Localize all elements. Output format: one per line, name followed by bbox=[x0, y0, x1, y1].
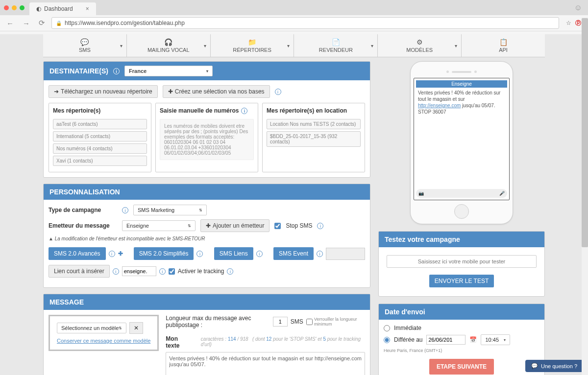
location-item[interactable]: $BDD_25-01-2017_15-35 (932 contacts) bbox=[267, 131, 361, 147]
calendar-icon[interactable]: 📅 bbox=[469, 336, 477, 343]
type-campagne-select[interactable]: SMS Marketing ⇅ bbox=[133, 205, 207, 215]
chevron-updown-icon: ⇅ bbox=[199, 208, 202, 212]
nav-sms[interactable]: 💬 SMS ▾ bbox=[43, 34, 127, 57]
headset-icon: 🎧 bbox=[129, 38, 208, 46]
panel-title: Date d'envoi bbox=[385, 308, 425, 316]
chevron-updown-icon: ⇅ bbox=[119, 326, 122, 330]
panel-title: PERSONNALISATION bbox=[49, 188, 120, 196]
browser-chrome: ◐ Dashboard × ☺ ← → ⟳ 🔒 https://www.isen… bbox=[0, 0, 588, 31]
chevron-down-icon: ▾ bbox=[204, 43, 206, 48]
short-url-input[interactable] bbox=[122, 266, 156, 276]
mac-close[interactable] bbox=[4, 5, 9, 10]
length-input[interactable] bbox=[273, 317, 288, 327]
repertoire-item[interactable]: Xavi (1 contacts) bbox=[53, 156, 147, 166]
phone-preview: Enseigne Ventes privées ! 40% de réducti… bbox=[410, 61, 513, 224]
info-icon[interactable]: i bbox=[227, 268, 233, 275]
repertoire-item[interactable]: aaTest (6 contacts) bbox=[53, 119, 147, 129]
country-select[interactable]: France ▾ bbox=[124, 66, 213, 76]
info-icon[interactable]: i bbox=[113, 68, 120, 74]
plus-icon: ✚ bbox=[168, 88, 173, 95]
bookmark-star-icon[interactable]: ☆ bbox=[566, 20, 571, 26]
sms-liens-button[interactable]: SMS Liens bbox=[214, 247, 253, 260]
tracking-checkbox[interactable] bbox=[169, 268, 175, 275]
forward-icon[interactable]: → bbox=[20, 18, 32, 28]
tab-close-icon[interactable]: × bbox=[86, 5, 89, 12]
preview-sender: Enseigne bbox=[416, 80, 507, 88]
info-icon[interactable]: i bbox=[317, 251, 323, 257]
save-as-model-link[interactable]: Conserver ce message comme modèle bbox=[57, 338, 150, 344]
test-mobile-input[interactable] bbox=[387, 255, 537, 268]
stop-sms-checkbox[interactable] bbox=[274, 223, 281, 229]
panel-title: DESTINATAIRE(S) bbox=[49, 67, 108, 75]
api-icon: 📋 bbox=[464, 38, 543, 46]
chevron-down-icon: ▾ bbox=[120, 43, 122, 48]
info-icon[interactable]: i bbox=[317, 223, 323, 229]
preview-link: http://enseigne.com bbox=[418, 103, 461, 108]
info-icon[interactable]: i bbox=[113, 268, 119, 275]
info-icon[interactable]: i bbox=[109, 251, 115, 257]
model-select[interactable]: Sélectionnez un modèle ⇅ bbox=[57, 323, 126, 333]
chevron-down-icon: ▾ bbox=[455, 43, 457, 48]
immediate-radio[interactable] bbox=[384, 325, 390, 331]
nav-mailing-vocal[interactable]: 🎧 MAILING VOCAL ▾ bbox=[127, 34, 211, 57]
model-remove-button[interactable]: ✕ bbox=[129, 322, 143, 334]
page-scrollbar[interactable] bbox=[582, 17, 588, 375]
type-campagne-label: Type de campagne bbox=[49, 207, 117, 213]
repertoire-item[interactable]: Nos numéros (4 contacts) bbox=[53, 143, 147, 154]
sms-event-button[interactable]: SMS Event bbox=[273, 247, 314, 260]
deferred-radio[interactable] bbox=[384, 337, 390, 343]
sms20-advanced-button[interactable]: SMS 2.0 Avancés bbox=[49, 247, 106, 260]
phone-speaker-icon bbox=[452, 71, 471, 73]
plus-icon[interactable]: ✚ bbox=[118, 250, 123, 257]
info-icon[interactable]: i bbox=[256, 251, 263, 257]
deferred-label: Différée au bbox=[394, 336, 422, 343]
stop-sms-label: Stop SMS bbox=[286, 222, 312, 229]
timezone-note: Heure Paris, France (GMT+1) bbox=[384, 348, 539, 353]
emetteur-select[interactable]: Enseigne ⇅ bbox=[122, 220, 196, 231]
preview-message: Ventes privées ! 40% de réduction sur to… bbox=[416, 88, 507, 117]
back-icon[interactable]: ← bbox=[4, 18, 16, 28]
phone-camera-icon bbox=[446, 70, 449, 73]
next-step-button[interactable]: ETAPE SUIVANTE bbox=[429, 359, 494, 375]
repertoire-item[interactable]: International (5 contacts) bbox=[53, 131, 147, 141]
reload-icon[interactable]: ⟳ bbox=[36, 18, 48, 28]
help-bubble[interactable]: 💬 Une question ? bbox=[525, 360, 583, 372]
panel-title: MESSAGE bbox=[49, 298, 84, 306]
tab-title: Dashboard bbox=[44, 5, 73, 12]
nav-revendeur[interactable]: 📄 REVENDEUR ▾ bbox=[294, 34, 378, 57]
time-select[interactable]: 10:45 ▾ bbox=[481, 334, 510, 345]
info-icon[interactable]: i bbox=[241, 108, 247, 114]
location-item[interactable]: Location Nos nums TESTS (2 contacts) bbox=[267, 119, 361, 129]
mic-icon: 🎤 bbox=[499, 191, 505, 196]
info-icon[interactable]: i bbox=[122, 207, 128, 213]
nav-modeles[interactable]: ⚙ MODÈLES ▾ bbox=[378, 34, 462, 57]
scrollbar-thumb[interactable] bbox=[582, 18, 588, 247]
length-unit: SMS bbox=[291, 318, 303, 325]
sms-event-input[interactable] bbox=[326, 248, 365, 260]
message-textarea[interactable] bbox=[166, 352, 365, 375]
upload-repertoire-button[interactable]: ➜ Téléchargez un nouveau répertoire bbox=[49, 85, 158, 98]
info-icon[interactable]: i bbox=[159, 268, 166, 275]
lock-min-length-label: Verrouiller la longueur minimum bbox=[314, 317, 365, 327]
info-icon[interactable]: i bbox=[196, 251, 203, 257]
nav-api[interactable]: 📋 API bbox=[462, 34, 545, 57]
browser-tab[interactable]: ◐ Dashboard × bbox=[29, 2, 96, 15]
mac-window-buttons bbox=[4, 5, 24, 13]
phone-sensor-icon bbox=[474, 70, 477, 73]
create-selection-button[interactable]: ✚ Créez une sélection via nos bases bbox=[163, 85, 270, 98]
panel-message: MESSAGE Sélectionnez un modèle ⇅ ✕ bbox=[43, 294, 370, 375]
nav-repertoires[interactable]: 📁 RÉPERTOIRES ▾ bbox=[211, 34, 294, 57]
send-test-button[interactable]: ENVOYER LE TEST bbox=[429, 275, 494, 287]
pinterest-icon[interactable]: ⓟ bbox=[575, 19, 581, 27]
url-field[interactable]: 🔒 https://www.isendpro.com/gestion/table… bbox=[51, 17, 559, 29]
sms20-simple-button[interactable]: SMS 2.0 Simplifiés bbox=[134, 247, 194, 260]
short-url-label: Lien court à insérer bbox=[49, 265, 110, 278]
add-emitter-button[interactable]: ✚ Ajouter un émetteur bbox=[200, 219, 270, 232]
lock-min-length-checkbox[interactable] bbox=[306, 319, 313, 325]
date-input[interactable] bbox=[426, 335, 466, 345]
info-icon[interactable]: i bbox=[275, 89, 281, 95]
chrome-user-icon[interactable]: ☺ bbox=[574, 3, 582, 15]
mac-minimize[interactable] bbox=[12, 5, 17, 10]
mac-zoom[interactable] bbox=[20, 5, 24, 10]
mes-repertoires-col: Mes répertoire(s) aaTest (6 contacts) In… bbox=[49, 103, 151, 172]
